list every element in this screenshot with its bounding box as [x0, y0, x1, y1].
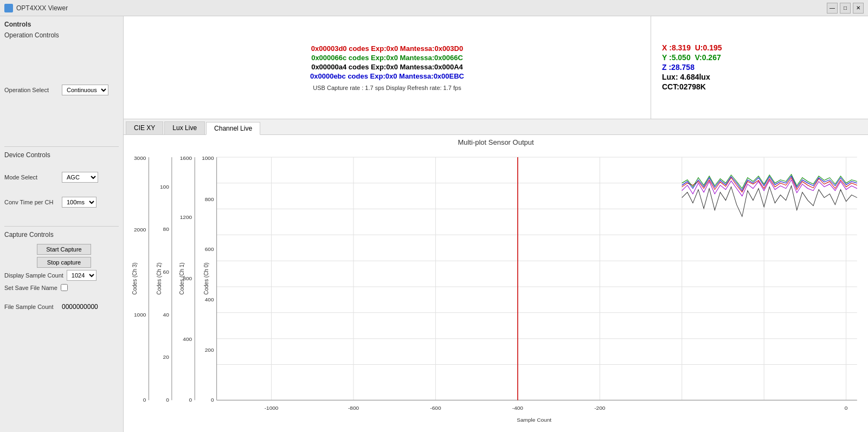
chart-container: -1000 -800 -600 -400 -200 0 Sample Count…: [124, 146, 868, 427]
capture-controls-title: Capture Controls: [4, 231, 119, 238]
svg-text:Codes (Ch 1): Codes (Ch 1): [179, 262, 185, 294]
operation-select-row: Operation Select Continuous Single: [4, 85, 119, 95]
tabs-bar: CIE XY Lux Live Channel Live: [124, 119, 868, 135]
svg-text:800: 800: [205, 196, 214, 202]
display-sample-count-row: Display Sample Count 256 512 1024 2048: [4, 270, 119, 281]
operation-select-label: Operation Select: [4, 87, 59, 93]
operation-select[interactable]: Continuous Single: [62, 85, 108, 95]
svg-text:80: 80: [163, 226, 170, 232]
file-sample-count-value: 0000000000: [62, 303, 98, 311]
svg-text:-400: -400: [512, 405, 524, 411]
set-save-file-label: Set Save File Name: [4, 285, 59, 291]
chart-title: Multi-plot Sensor Output: [124, 135, 868, 146]
svg-text:200: 200: [205, 347, 214, 353]
z-value: Z :28.758: [662, 63, 857, 72]
main-chart-svg: -1000 -800 -600 -400 -200 0 Sample Count…: [124, 146, 868, 427]
svg-text:1200: 1200: [180, 215, 192, 221]
app-icon: [4, 4, 13, 12]
svg-text:100: 100: [160, 184, 169, 190]
svg-text:-200: -200: [594, 405, 606, 411]
svg-text:600: 600: [205, 246, 214, 252]
mode-select-label: Mode Select: [4, 174, 59, 180]
mode-select[interactable]: AGC Manual: [62, 172, 98, 183]
display-sample-count-label: Display Sample Count: [4, 272, 63, 279]
tab-channel-live[interactable]: Channel Live: [206, 122, 260, 135]
svg-text:1000: 1000: [134, 312, 146, 318]
svg-text:-600: -600: [430, 405, 441, 411]
operation-controls-title: Operation Controls: [4, 31, 119, 39]
svg-text:0: 0: [143, 397, 146, 403]
conv-time-row: Conv Time per CH 100ms 200ms 400ms 800ms: [4, 197, 119, 208]
title-bar: OPT4XXX Viewer — □ ✕: [0, 0, 868, 16]
y-value: Y :5.050 V:0.267: [662, 53, 857, 62]
info-panels: 0x00003d0 codes Exp:0x0 Mantessa:0x003D0…: [124, 16, 868, 119]
svg-text:Sample Count: Sample Count: [517, 417, 551, 423]
svg-text:400: 400: [205, 296, 214, 302]
svg-text:Codes (Ch 2): Codes (Ch 2): [156, 262, 162, 294]
tab-lux-live[interactable]: Lux Live: [164, 121, 205, 134]
conv-time-label: Conv Time per CH: [4, 199, 59, 205]
svg-text:Codes (Ch 0): Codes (Ch 0): [203, 262, 209, 294]
start-capture-button[interactable]: Start Capture: [37, 244, 91, 255]
svg-text:0: 0: [211, 397, 214, 403]
set-save-file-row: Set Save File Name: [4, 284, 119, 291]
close-button[interactable]: ✕: [853, 3, 864, 14]
tab-cie-xy[interactable]: CIE XY: [126, 121, 163, 134]
svg-text:-1000: -1000: [265, 405, 279, 411]
cct-value: CCT:02798K: [662, 82, 857, 91]
code-blue: 0x0000ebc codes Exp:0x0 Mantessa:0x00EBC: [310, 72, 464, 80]
svg-text:40: 40: [163, 312, 170, 318]
code-green: 0x000066c codes Exp:0x0 Mantessa:0x0066C: [311, 54, 463, 62]
svg-text:20: 20: [163, 354, 170, 360]
svg-text:60: 60: [163, 269, 170, 275]
svg-text:0: 0: [845, 405, 848, 411]
chart-area: Multi-plot Sensor Output: [124, 135, 868, 432]
window-controls: — □ ✕: [827, 3, 864, 14]
svg-text:2000: 2000: [134, 227, 146, 233]
svg-text:Codes (Ch 3): Codes (Ch 3): [132, 262, 138, 294]
controls-title: Controls: [4, 21, 119, 28]
file-sample-count-row: File Sample Count 0000000000: [4, 303, 119, 311]
sidebar: Controls Operation Controls Operation Se…: [0, 16, 124, 432]
left-info-panel: 0x00003d0 codes Exp:0x0 Mantessa:0x003D0…: [124, 16, 651, 119]
rate-text: USB Capture rate : 1.7 sps Display Refre…: [313, 85, 461, 91]
minimize-button[interactable]: —: [827, 3, 838, 14]
svg-text:1600: 1600: [180, 155, 192, 161]
code-red: 0x00003d0 codes Exp:0x0 Mantessa:0x003D0: [311, 44, 463, 53]
mode-select-row: Mode Select AGC Manual: [4, 172, 119, 183]
app-title: OPT4XXX Viewer: [16, 4, 68, 12]
svg-text:0: 0: [189, 397, 192, 403]
svg-text:400: 400: [183, 336, 192, 342]
right-info-panel: X :8.319 U:0.195 Y :5.050 V:0.267 Z :28.…: [651, 16, 868, 119]
stop-capture-button[interactable]: Stop capture: [37, 257, 91, 268]
display-sample-count-select[interactable]: 256 512 1024 2048: [67, 270, 97, 281]
device-controls-title: Device Controls: [4, 151, 119, 159]
svg-text:0: 0: [166, 397, 169, 403]
svg-text:-800: -800: [348, 405, 359, 411]
svg-text:3000: 3000: [134, 155, 146, 161]
x-value: X :8.319 U:0.195: [662, 43, 857, 52]
svg-text:1000: 1000: [202, 155, 214, 161]
content-area: 0x00003d0 codes Exp:0x0 Mantessa:0x003D0…: [124, 16, 868, 432]
conv-time-select[interactable]: 100ms 200ms 400ms 800ms: [62, 197, 97, 208]
file-sample-count-label: File Sample Count: [4, 304, 59, 310]
maximize-button[interactable]: □: [840, 3, 851, 14]
lux-value: Lux: 4.684lux: [662, 73, 857, 81]
set-save-file-checkbox[interactable]: [61, 284, 68, 291]
code-black: 0x00000a4 codes Exp:0x0 Mantessa:0x000A4: [311, 63, 463, 71]
